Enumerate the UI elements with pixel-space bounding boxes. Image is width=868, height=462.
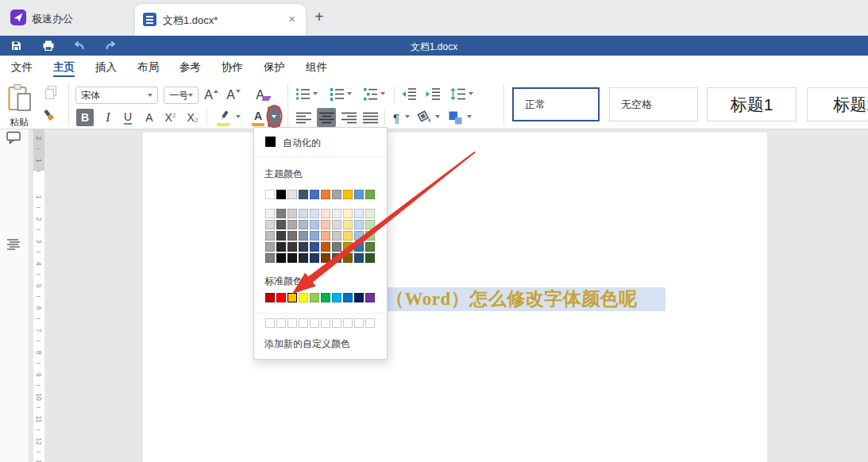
color-swatch[interactable] [332,293,341,302]
empty-color-slot[interactable] [321,318,330,328]
empty-color-slot[interactable] [299,318,308,328]
color-swatch[interactable] [321,253,330,263]
color-swatch[interactable] [265,293,275,302]
color-swatch[interactable] [332,220,341,229]
menu-item-文件[interactable]: 文件 [11,56,33,79]
color-swatch[interactable] [332,190,341,199]
selected-text-line[interactable]: （Word）怎么修改字体颜色呢 [373,287,665,311]
color-swatch[interactable] [310,220,319,229]
color-swatch[interactable] [343,253,353,263]
document-tab[interactable]: 文档1.docx* × [135,4,306,36]
color-swatch[interactable] [265,253,275,263]
color-swatch[interactable] [332,242,341,252]
color-swatch[interactable] [354,190,364,199]
color-swatch[interactable] [365,293,375,302]
tab-close-icon[interactable]: × [288,12,295,25]
color-swatch[interactable] [287,253,297,263]
style-标题1[interactable]: 标题1 [707,87,797,121]
color-swatch[interactable] [287,220,297,229]
menu-item-参考[interactable]: 参考 [179,56,201,79]
color-swatch[interactable] [354,231,364,241]
color-swatch[interactable] [365,220,375,229]
color-swatch[interactable] [276,242,286,252]
color-swatch[interactable] [365,190,375,199]
color-swatch[interactable] [299,190,308,199]
color-swatch[interactable] [343,242,353,252]
color-swatch[interactable] [321,190,330,199]
empty-color-slot[interactable] [276,318,286,328]
color-swatch[interactable] [354,209,364,218]
menu-item-主页[interactable]: 主页 [53,56,75,79]
menu-item-布局[interactable]: 布局 [137,56,159,79]
color-swatch[interactable] [310,253,319,263]
color-swatch[interactable] [310,242,319,252]
menu-item-插入[interactable]: 插入 [95,56,117,79]
color-swatch[interactable] [365,231,375,241]
color-swatch[interactable] [365,253,375,263]
color-swatch[interactable] [265,209,275,218]
color-swatch[interactable] [287,190,297,199]
color-swatch[interactable] [310,231,319,241]
color-swatch[interactable] [310,209,319,218]
empty-color-slot[interactable] [287,318,297,328]
color-swatch[interactable] [354,220,364,229]
empty-color-slot[interactable] [365,318,375,328]
color-swatch[interactable] [299,209,308,218]
color-swatch[interactable] [321,293,330,302]
color-swatch[interactable] [354,293,364,302]
color-swatch[interactable] [265,242,275,252]
empty-color-slot[interactable] [354,318,364,328]
app-logo-icon[interactable] [10,10,26,25]
color-swatch[interactable] [343,190,353,199]
color-swatch[interactable] [365,209,375,218]
color-swatch[interactable] [321,231,330,241]
color-swatch[interactable] [354,253,364,263]
color-swatch[interactable] [354,242,364,252]
color-swatch[interactable] [276,190,286,199]
menu-item-组件[interactable]: 组件 [306,56,327,79]
color-swatch[interactable] [343,209,353,218]
color-swatch[interactable] [265,231,275,241]
color-swatch[interactable] [265,190,275,199]
color-swatch[interactable] [299,231,308,241]
add-custom-color-item[interactable]: 添加新的自定义颜色 [264,337,350,351]
document-page[interactable]: （Word）怎么修改字体颜色呢 [143,133,767,462]
color-swatch[interactable] [343,293,353,302]
color-swatch[interactable] [276,220,286,229]
color-swatch[interactable] [287,293,297,302]
color-swatch[interactable] [276,293,286,302]
color-swatch[interactable] [321,209,330,218]
color-swatch[interactable] [310,293,319,302]
menu-item-协作[interactable]: 协作 [222,56,243,79]
outline-list-icon[interactable] [6,238,21,251]
color-swatch[interactable] [299,293,308,302]
color-swatch[interactable] [310,190,319,199]
color-swatch[interactable] [321,220,330,229]
color-swatch[interactable] [265,220,275,229]
color-swatch[interactable] [287,209,297,218]
style-无空格[interactable]: 无空格 [609,87,698,121]
color-swatch[interactable] [276,209,286,218]
color-swatch[interactable] [276,253,286,263]
color-swatch[interactable] [343,220,353,229]
color-swatch[interactable] [287,231,297,241]
color-swatch[interactable] [299,253,308,263]
color-swatch[interactable] [332,253,341,263]
menu-item-保护[interactable]: 保护 [264,56,285,79]
empty-color-slot[interactable] [332,318,341,328]
empty-color-slot[interactable] [343,318,353,328]
style-标题2[interactable]: 标题2 [807,87,868,121]
comments-icon[interactable] [6,131,21,144]
new-tab-button[interactable]: + [314,8,324,26]
automatic-color-item[interactable]: 自动化的 [283,137,321,150]
empty-color-slot[interactable] [265,318,275,328]
color-swatch[interactable] [332,209,341,218]
color-swatch[interactable] [299,242,308,252]
color-swatch[interactable] [343,231,353,241]
style-正常[interactable]: 正常 [512,87,600,121]
color-swatch[interactable] [332,231,341,241]
color-swatch[interactable] [276,231,286,241]
color-swatch[interactable] [287,242,297,252]
empty-color-slot[interactable] [310,318,319,328]
color-swatch[interactable] [299,220,308,229]
